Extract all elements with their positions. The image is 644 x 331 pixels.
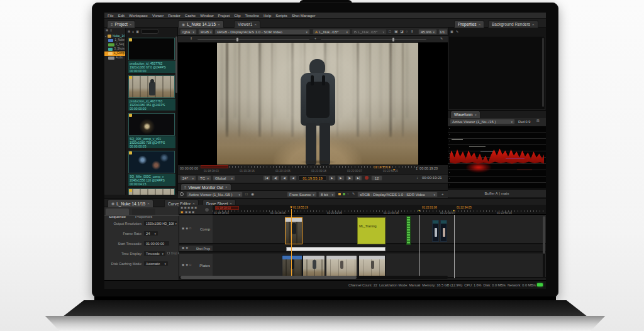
properties-lock-icon[interactable]: ▣ (450, 30, 453, 33)
refresh-icon[interactable]: ○ (347, 192, 349, 195)
clip-plate-3[interactable]: production_id_4937760 (326, 255, 357, 277)
waveform-scope[interactable] (448, 126, 546, 188)
gamma-slider[interactable] (321, 39, 426, 40)
properties-pen-icon[interactable]: ✎ (456, 30, 458, 33)
bin-item[interactable]: production_id_4937763 1920x1080 351 @24F… (128, 74, 177, 111)
monitor-colorspace-select[interactable]: sRGB - Display/ACES 1.0 - SDR Video▾ (357, 192, 438, 197)
lock-icon[interactable]: ▣ (182, 227, 184, 231)
viewer-colorspace-select[interactable]: sRGB - Display/ACES 1.0 - SDR Video▾ (214, 29, 310, 35)
clip-thumbnail[interactable] (128, 113, 175, 136)
tree-toolbar-icon[interactable]: ⊞ (106, 29, 108, 32)
menu-render[interactable]: Render (168, 14, 180, 18)
track-toggle-icon-active[interactable]: ▣ (180, 210, 183, 214)
tab-nuke-sequence[interactable]: ◉ L_Nuke 14.1/15× (178, 20, 224, 28)
menu-scripts[interactable]: Scripts (275, 14, 287, 18)
track-header-plates[interactable]: ▣ ◉ □ Plates (179, 254, 213, 278)
timeline-vscrollbar[interactable] (543, 216, 545, 278)
tree-toolbar-icon[interactable]: ≡ (110, 29, 112, 32)
menu-window[interactable]: Window (200, 14, 213, 18)
lock-icon[interactable]: ▣ (182, 264, 184, 267)
view-list-icon[interactable]: ≡ (132, 30, 134, 33)
bin-item[interactable]: SQ_00K_comp_v_v01 1920x1080 738 @24FPS 0… (128, 112, 177, 148)
bin-scrollbar[interactable] (175, 36, 177, 193)
channel-select[interactable]: rgba▾ (180, 29, 197, 35)
clip-inference[interactable]: Inference2 (286, 247, 386, 251)
tab-waveform[interactable]: Waveform× (450, 111, 480, 118)
menu-project[interactable]: Project (218, 14, 230, 18)
sync-knob-icon[interactable] (204, 207, 209, 212)
tab-sequence-properties[interactable]: Properties (132, 209, 155, 215)
disk-caching-select[interactable]: Automatic▾ (143, 261, 169, 266)
track-header-shotprep[interactable]: ▣ ◉ Shot Prep (179, 246, 213, 252)
clip-small-a[interactable]: 10% (432, 220, 439, 242)
clip-thumbnail[interactable] (128, 38, 175, 60)
close-icon[interactable]: × (147, 202, 150, 205)
marker-flag-icon[interactable]: ▼ (452, 209, 455, 212)
close-icon[interactable]: × (218, 23, 220, 26)
menu-workspace[interactable]: Workspace (129, 14, 148, 18)
monitor-fullscreen-icon[interactable]: □ (245, 192, 248, 196)
tab-properties[interactable]: Properties× (454, 20, 484, 28)
gain-slider[interactable] (197, 39, 309, 40)
playhead-line[interactable] (291, 209, 292, 278)
gain-slider-handle[interactable] (236, 38, 238, 41)
monitor-viewer-select[interactable]: Active Viewer (1_Nu../15 )▾ (186, 192, 243, 197)
annotate-pen-icon[interactable]: ✎ (440, 37, 443, 40)
goto-end-button[interactable]: ▶| (355, 175, 362, 181)
mute-icon[interactable]: ◉ (186, 264, 188, 267)
menu-edit[interactable]: Edit (118, 14, 125, 18)
clip-thumbnail[interactable] (128, 151, 175, 173)
layer-select[interactable]: RGB▾ (198, 29, 213, 35)
menu-cache[interactable]: Cache (185, 14, 196, 18)
wipe-mode-icon[interactable]: ◪ (400, 30, 404, 33)
tree-item[interactable]: 1_Nuke (104, 38, 125, 43)
prev-edit-button[interactable]: ◀| (272, 175, 279, 181)
tree-item-root[interactable]: ▾ Nuke_14 (104, 33, 125, 38)
tab-project[interactable]: ≡ Project× (107, 20, 135, 28)
monitor-gamma-icon[interactable]: ◉ (251, 192, 254, 196)
transport-timecode[interactable]: 01:19:55:19 (298, 175, 327, 181)
start-timecode-input[interactable]: 01:00:00:00 (143, 241, 170, 246)
next-edit-button[interactable]: |▶ (346, 175, 353, 181)
clip-thumbnail[interactable] (128, 188, 175, 195)
bit-depth-select[interactable]: 8 bit▾ (318, 192, 336, 197)
clip-plate-1[interactable]: production (282, 255, 303, 277)
bin-item[interactable] (128, 187, 177, 195)
view-grid-icon[interactable]: ⊞ (128, 30, 130, 33)
tree-item-selected[interactable]: L_Comp (104, 52, 125, 56)
tab-viewer-monitor-out[interactable]: ≡ Viewer Monitor Out× (180, 183, 231, 190)
monitor-power-icon[interactable] (180, 192, 184, 196)
record-dot-icon[interactable] (365, 176, 369, 180)
mute-icon[interactable]: ◉ (186, 247, 188, 250)
expand-icon[interactable]: ▾ (105, 35, 106, 38)
close-icon[interactable]: × (479, 23, 481, 26)
play-button[interactable]: ▶ (337, 175, 345, 181)
buffer-a-select[interactable]: AL_Nuk../15*▾ (313, 29, 350, 35)
step-forward-button[interactable]: ▶ (328, 175, 336, 181)
flag-amber-icon[interactable] (338, 193, 341, 195)
menu-file[interactable]: File (108, 14, 114, 18)
clip-small-b[interactable]: 10% (440, 220, 447, 242)
pause-small-icon[interactable]: ‖ (191, 37, 192, 40)
pause-icon[interactable]: ‖ (411, 30, 413, 33)
mute-icon[interactable]: ◉ (186, 227, 188, 231)
menu-shot-manager[interactable]: Shot Manager (292, 14, 316, 18)
export-down-icon[interactable]: ↓ (416, 176, 418, 180)
view-detail-icon[interactable]: ▣ (136, 30, 139, 33)
menu-help[interactable]: Help (264, 14, 271, 18)
track-header-comp[interactable]: ▣ ◉ □ Comp (179, 215, 213, 244)
output-resolution-select[interactable]: 1920x1080 HD_108▾ (143, 220, 177, 226)
close-icon[interactable]: × (254, 23, 257, 26)
add-icon[interactable]: + (441, 192, 444, 196)
monitor-source-select[interactable]: From Source▾ (287, 192, 317, 197)
properties-scrollbar[interactable] (542, 38, 544, 107)
tc-mode-select[interactable]: TC▾ (197, 175, 211, 181)
clip-green-strip[interactable] (406, 216, 411, 245)
buffer-b-select[interactable]: BL_Nuk../15*▾ (352, 29, 387, 35)
timeline-hscrollbar[interactable] (179, 276, 448, 279)
marker-flag-icon[interactable]: ▼ (418, 209, 421, 212)
solo-icon[interactable]: □ (189, 227, 191, 231)
scope-grid-icon[interactable]: ⊞ (536, 119, 540, 123)
clip-plate-2[interactable]: production_id_493 (303, 255, 325, 277)
solo-icon[interactable]: □ (189, 264, 191, 267)
